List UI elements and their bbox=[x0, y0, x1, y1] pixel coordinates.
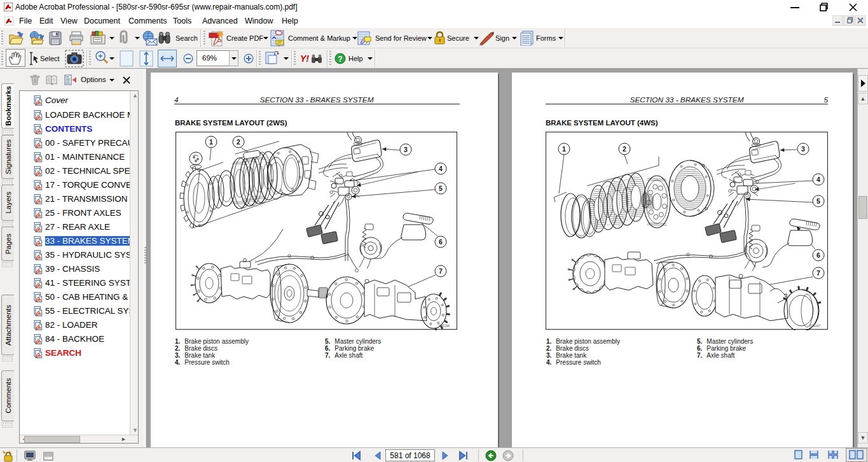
svg-text:2: 2 bbox=[623, 145, 626, 153]
svg-text:?: ? bbox=[338, 55, 342, 64]
svg-text:1: 1 bbox=[562, 145, 566, 153]
svg-text:5: 5 bbox=[816, 197, 820, 205]
svg-text:4: 4 bbox=[816, 176, 820, 183]
svg-text:7: 7 bbox=[816, 269, 820, 277]
svg-text:2: 2 bbox=[237, 138, 240, 146]
svg-text:3: 3 bbox=[801, 145, 805, 153]
svg-text:1: 1 bbox=[209, 138, 213, 146]
svg-text:5: 5 bbox=[439, 185, 443, 192]
svg-text:F29196: F29196 bbox=[439, 324, 450, 328]
svg-text:7: 7 bbox=[439, 267, 443, 275]
svg-text:3: 3 bbox=[404, 146, 408, 153]
svg-text:F29197: F29197 bbox=[809, 324, 820, 328]
svg-text:6: 6 bbox=[439, 238, 443, 246]
svg-text:6: 6 bbox=[816, 251, 820, 259]
svg-text:4: 4 bbox=[439, 165, 443, 172]
